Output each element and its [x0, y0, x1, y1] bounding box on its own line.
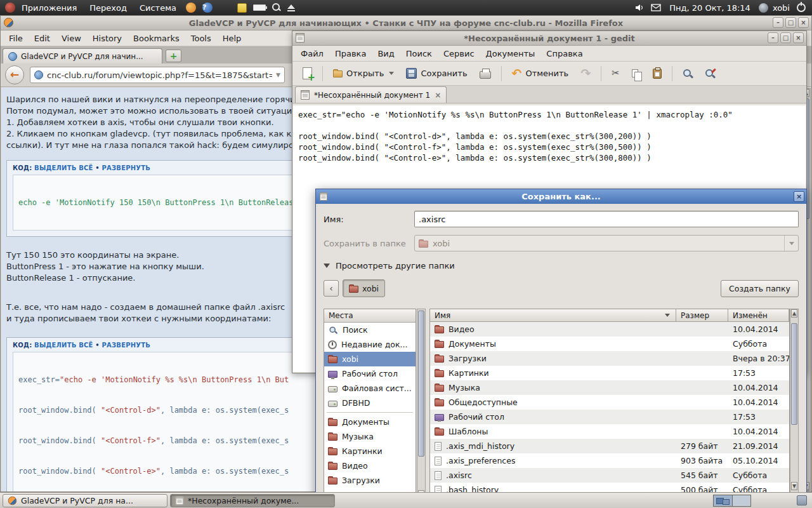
scrollbar-thumb[interactable]: [791, 323, 797, 425]
file-row[interactable]: Общедоступные10.04.2014: [430, 395, 789, 410]
column-header-name[interactable]: Имя: [430, 309, 676, 322]
url-bar[interactable]: ▼: [30, 67, 285, 83]
file-row[interactable]: ДокументыСуббота: [430, 337, 789, 351]
place-music[interactable]: Музыка: [324, 429, 416, 444]
menu-places[interactable]: Переход: [83, 0, 133, 15]
menu-edit[interactable]: Edit: [29, 32, 56, 45]
dialog-close-button[interactable]: ×: [794, 191, 804, 202]
menu-bookmarks[interactable]: Bookmarks: [128, 32, 185, 45]
create-folder-button[interactable]: Создать папку: [721, 280, 799, 297]
file-row[interactable]: Картинки17:53: [430, 366, 789, 380]
firefox-titlebar[interactable]: GladeVCP и PyVCP для начинающих • Станки…: [1, 16, 811, 30]
open-dropdown-icon[interactable]: [389, 72, 394, 75]
menu-tools[interactable]: Сервис: [438, 47, 480, 60]
places-header[interactable]: Места: [324, 309, 416, 323]
user-avatar-icon[interactable]: [759, 3, 768, 13]
help-launcher-icon[interactable]: ?: [202, 3, 213, 13]
open-button[interactable]: Открыть: [328, 64, 399, 83]
print-button[interactable]: [475, 64, 496, 83]
place-downloads[interactable]: Загрузки: [324, 473, 416, 488]
paste-button[interactable]: [648, 64, 667, 83]
place-pictures[interactable]: Картинки: [324, 444, 416, 458]
maximize-button[interactable]: □: [780, 32, 791, 43]
url-dropdown-icon[interactable]: ▼: [276, 72, 280, 78]
menu-search[interactable]: Поиск: [400, 47, 438, 60]
file-row[interactable]: Видео10.04.2014: [430, 322, 789, 337]
place-home-xobi[interactable]: xobi: [324, 352, 416, 366]
user-menu[interactable]: xobi: [771, 3, 794, 13]
undo-button[interactable]: ↶ Отменить: [507, 64, 574, 83]
menu-applications[interactable]: Приложения: [15, 0, 83, 15]
volume-icon[interactable]: [634, 3, 645, 13]
workspace-2[interactable]: [732, 495, 750, 506]
column-header-modified[interactable]: Изменён: [728, 309, 789, 322]
find-button[interactable]: [678, 64, 698, 83]
maximize-button[interactable]: □: [785, 17, 796, 28]
place-desktop[interactable]: Рабочий стол: [324, 366, 416, 381]
back-button[interactable]: ←: [5, 65, 24, 84]
place-documents[interactable]: Документы: [324, 415, 416, 429]
place-recent[interactable]: Недавние док...: [324, 337, 416, 352]
document-tab[interactable]: *Несохранённый документ 1 ×: [295, 86, 447, 103]
file-row[interactable]: .axis_preferences903 байта05.10.2014: [430, 453, 789, 468]
copy-button[interactable]: [627, 64, 646, 83]
place-search[interactable]: Поиск: [324, 323, 416, 337]
new-tab-button[interactable]: +: [166, 50, 181, 62]
redo-button[interactable]: ↷: [575, 64, 596, 83]
filename-input[interactable]: [414, 211, 799, 227]
select-all-link[interactable]: ВЫДЕЛИТЬ ВСЁ: [34, 342, 93, 349]
scrollbar-thumb[interactable]: [418, 311, 424, 457]
menu-edit[interactable]: Правка: [329, 47, 372, 60]
menu-view[interactable]: Вид: [372, 47, 400, 60]
minimize-button[interactable]: –: [768, 32, 778, 43]
column-header-size[interactable]: Размер: [676, 309, 728, 322]
expand-link[interactable]: РАЗВЕРНУТЬ: [102, 164, 150, 171]
places-scrollbar[interactable]: ▼: [417, 309, 426, 507]
place-dfbhd[interactable]: DFBHD: [324, 396, 416, 410]
file-row[interactable]: .axis_mdi_history279 байт21.09.2014: [430, 439, 789, 453]
file-row[interactable]: ЗагрузкиВчера в 20:37: [430, 351, 789, 366]
menu-file[interactable]: File: [3, 32, 29, 45]
combo-dropdown-icon[interactable]: [784, 236, 794, 251]
battery-icon[interactable]: [253, 4, 266, 11]
tab-close-icon[interactable]: ×: [435, 91, 441, 99]
menu-help[interactable]: Help: [217, 32, 247, 45]
mail-icon[interactable]: [651, 4, 661, 11]
workspace-1[interactable]: [714, 495, 732, 506]
close-button[interactable]: ×: [793, 32, 804, 43]
file-row[interactable]: Рабочий стол17:53: [430, 410, 789, 424]
menu-view[interactable]: View: [56, 32, 87, 45]
trash-icon[interactable]: [797, 495, 807, 505]
place-filesystem[interactable]: Файловая сист...: [324, 381, 416, 396]
replace-button[interactable]: [700, 64, 720, 83]
minimize-button[interactable]: –: [773, 17, 783, 28]
eject-applet-icon[interactable]: [287, 4, 295, 9]
browser-tab[interactable]: GladeVCP и PyVCP для начин...: [3, 48, 162, 64]
distro-logo-icon[interactable]: [5, 3, 15, 13]
browser-launcher-icon[interactable]: [186, 3, 196, 13]
menu-history[interactable]: History: [87, 32, 128, 45]
scroll-up-icon[interactable]: ▲: [791, 309, 797, 318]
new-document-button[interactable]: [298, 64, 317, 83]
menu-tools[interactable]: Tools: [185, 32, 217, 45]
cut-button[interactable]: ✂: [606, 64, 625, 83]
place-videos[interactable]: Видео: [324, 458, 416, 473]
notes-applet-icon[interactable]: [237, 3, 247, 13]
menu-help[interactable]: Справка: [540, 47, 588, 60]
menu-file[interactable]: Файл: [295, 47, 329, 60]
path-button-xobi[interactable]: xobi: [343, 279, 385, 297]
browse-other-folders-expander[interactable]: Просмотреть другие папки: [324, 260, 799, 271]
url-input[interactable]: [47, 70, 272, 80]
menu-system[interactable]: Система: [133, 0, 183, 15]
file-row[interactable]: Музыка10.04.2014: [430, 380, 789, 395]
close-button[interactable]: ×: [798, 17, 809, 28]
file-list-scrollbar[interactable]: ▲ ▼: [790, 309, 799, 507]
gedit-titlebar[interactable]: *Несохранённый документ 1 - gedit – □ ×: [292, 31, 806, 46]
scroll-down-icon[interactable]: ▼: [791, 482, 797, 490]
taskbar-button-gedit[interactable]: *Несохранённый докуме...: [170, 494, 335, 507]
power-icon[interactable]: [797, 3, 806, 12]
select-all-link[interactable]: ВЫДЕЛИТЬ ВСЁ: [34, 164, 93, 171]
taskbar-button-firefox[interactable]: GladeVCP и PyVCP для на...: [3, 494, 167, 507]
file-row[interactable]: .axisrc545 байтСуббота: [430, 468, 789, 483]
folder-combo[interactable]: xobi: [414, 235, 799, 251]
